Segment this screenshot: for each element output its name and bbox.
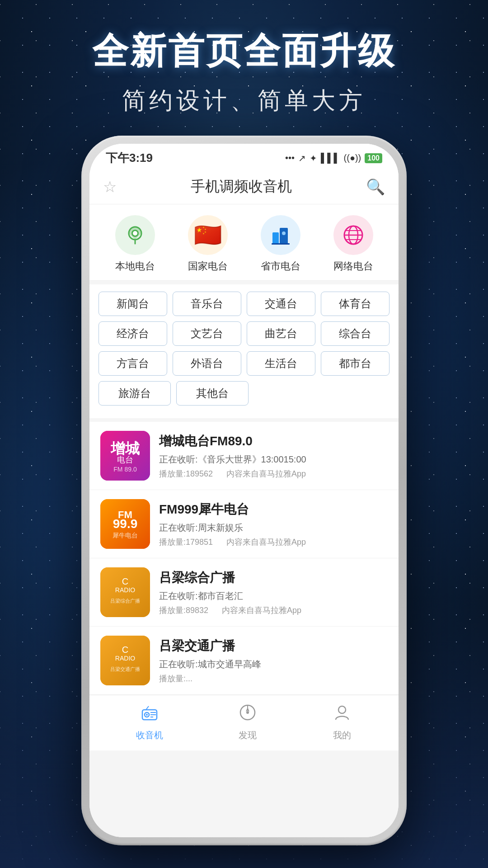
status-bar: 下午3:19 ••• ↗ ✦ ▌▌▌ ((●)) 100 — [89, 144, 399, 170]
station-info-luliang2: 吕梁交通广播 正在收听:城市交通早高峰 播放量:... — [159, 637, 388, 684]
mine-nav-label: 我的 — [333, 729, 351, 741]
nav-discover[interactable]: 发现 — [238, 703, 258, 741]
station-info-fm999: FM999犀牛电台 正在收听:周末新娱乐 播放量:179851 内容来自喜马拉雅… — [159, 501, 388, 547]
national-icon: 🇨🇳 — [188, 215, 228, 255]
station-meta-luliang2: 播放量:... — [159, 673, 388, 684]
tag-travel[interactable]: 旅游台 — [99, 381, 171, 406]
mine-nav-icon — [332, 703, 352, 726]
station-info-luliang: 吕梁综合广播 正在收听:都市百老汇 播放量:89832 内容来自喜马拉雅App — [159, 569, 388, 616]
station-info-zengcheng: 增城电台FM89.0 正在收听:《音乐大世界》13:0015:00 播放量:18… — [159, 433, 388, 479]
category-national[interactable]: 🇨🇳 国家电台 — [188, 215, 228, 273]
tag-foreign[interactable]: 外语台 — [173, 351, 241, 376]
source-luliang: 内容来自喜马拉雅App — [222, 605, 301, 616]
play-count-luliang2: 播放量:... — [159, 673, 192, 684]
station-name-zengcheng: 增城电台FM89.0 — [159, 433, 388, 450]
tag-arts[interactable]: 文艺台 — [173, 321, 241, 346]
tag-folk[interactable]: 曲艺台 — [247, 321, 315, 346]
svg-text:吕梁交通广播: 吕梁交通广播 — [110, 666, 140, 672]
app-title: 手机调频收音机 — [117, 177, 366, 197]
source-zengcheng: 内容来自喜马拉雅App — [226, 468, 306, 479]
svg-text:99.9: 99.9 — [113, 517, 138, 531]
station-meta-zengcheng: 播放量:189562 内容来自喜马拉雅App — [159, 468, 388, 479]
signal-bars-icon: ▌▌▌ — [321, 153, 340, 163]
tags-row-3: 方言台 外语台 生活台 都市台 — [99, 351, 389, 376]
category-provincial[interactable]: 省市电台 — [261, 215, 300, 273]
station-list: 增城 电台 FM 89.0 增城电台FM89.0 正在收听:《音乐大世界》13:… — [89, 422, 399, 695]
phone-frame: 下午3:19 ••• ↗ ✦ ▌▌▌ ((●)) 100 ☆ 手机调频收音机 🔍 — [81, 136, 407, 845]
headline-main: 全新首页全面升级 — [0, 27, 488, 76]
tag-economy[interactable]: 经济台 — [99, 321, 167, 346]
svg-text:RADIO: RADIO — [115, 586, 135, 594]
headline-sub: 简约设计、简单大方 — [0, 85, 488, 117]
station-meta-luliang: 播放量:89832 内容来自喜马拉雅App — [159, 605, 388, 616]
svg-text:增城: 增城 — [110, 440, 140, 457]
wifi-signal-icon: ((●)) — [344, 153, 361, 163]
source-fm999: 内容来自喜马拉雅App — [226, 537, 306, 547]
tag-dialect[interactable]: 方言台 — [99, 351, 167, 376]
bottom-nav: 收音机 发现 — [89, 695, 399, 750]
station-name-fm999: FM999犀牛电台 — [159, 501, 388, 518]
provincial-icon — [261, 215, 300, 255]
radio-nav-label: 收音机 — [136, 729, 163, 741]
tags-row-2: 经济台 文艺台 曲艺台 综合台 — [99, 321, 389, 346]
svg-point-30 — [146, 714, 148, 716]
play-count-fm999: 播放量:179851 — [159, 537, 213, 547]
network-label: 网络电台 — [333, 259, 373, 273]
svg-text:C: C — [122, 576, 128, 586]
search-icon[interactable]: 🔍 — [366, 178, 385, 196]
svg-text:吕梁综合广播: 吕梁综合广播 — [110, 598, 140, 604]
svg-text:C: C — [122, 645, 128, 655]
svg-text:电台: 电台 — [117, 455, 133, 464]
station-logo-zengcheng: 增城 电台 FM 89.0 — [100, 431, 150, 481]
tag-music[interactable]: 音乐台 — [173, 292, 241, 316]
tags-row-1: 新闻台 音乐台 交通台 体育台 — [99, 292, 389, 316]
tag-life[interactable]: 生活台 — [247, 351, 315, 376]
tag-general[interactable]: 综合台 — [321, 321, 389, 346]
category-network[interactable]: 网络电台 — [333, 215, 373, 273]
phone-screen: 下午3:19 ••• ↗ ✦ ▌▌▌ ((●)) 100 ☆ 手机调频收音机 🔍 — [89, 144, 399, 837]
tag-sports[interactable]: 体育台 — [321, 292, 389, 316]
play-count-zengcheng: 播放量:189562 — [159, 468, 213, 479]
national-label: 国家电台 — [188, 259, 228, 273]
local-icon — [115, 215, 155, 255]
svg-rect-3 — [272, 232, 279, 244]
bluetooth-icon: ✦ — [310, 153, 317, 164]
station-playing-fm999: 正在收听:周末新娱乐 — [159, 522, 388, 534]
discover-nav-icon — [238, 703, 258, 726]
tags-row-4: 旅游台 其他台 — [99, 381, 389, 406]
station-logo-luliang: C RADIO 吕梁综合广播 — [100, 567, 150, 617]
station-meta-fm999: 播放量:179851 内容来自喜马拉雅App — [159, 537, 388, 547]
phone-outer-bezel: 下午3:19 ••• ↗ ✦ ▌▌▌ ((●)) 100 ☆ 手机调频收音机 🔍 — [81, 136, 407, 845]
station-item-luliang2[interactable]: C RADIO 吕梁交通广播 吕梁交通广播 正在收听:城市交通早高峰 播放量:.… — [89, 627, 399, 695]
battery-indicator: 100 — [365, 153, 382, 163]
svg-point-5 — [282, 231, 286, 235]
svg-point-2 — [133, 231, 137, 236]
headline-area: 全新首页全面升级 简约设计、简单大方 — [0, 27, 488, 117]
station-playing-luliang2: 正在收听:城市交通早高峰 — [159, 658, 388, 670]
tag-other[interactable]: 其他台 — [176, 381, 249, 406]
station-playing-luliang: 正在收听:都市百老汇 — [159, 590, 388, 602]
station-item-luliang[interactable]: C RADIO 吕梁综合广播 吕梁综合广播 正在收听:都市百老汇 播放量:898… — [89, 558, 399, 627]
station-item-zengcheng[interactable]: 增城 电台 FM 89.0 增城电台FM89.0 正在收听:《音乐大世界》13:… — [89, 422, 399, 490]
app-content: 本地电台 🇨🇳 国家电台 — [89, 204, 399, 837]
tag-traffic[interactable]: 交通台 — [247, 292, 315, 316]
nav-radio[interactable]: 收音机 — [136, 703, 163, 741]
svg-text:RADIO: RADIO — [115, 655, 135, 662]
svg-rect-4 — [280, 228, 288, 244]
tags-grid: 新闻台 音乐台 交通台 体育台 经济台 文艺台 曲艺台 综合台 方言台 外语台 — [89, 284, 399, 418]
nav-mine[interactable]: 我的 — [332, 703, 352, 741]
play-count-luliang: 播放量:89832 — [159, 605, 208, 616]
status-icons: ••• ↗ ✦ ▌▌▌ ((●)) 100 — [285, 153, 382, 164]
svg-point-37 — [246, 711, 249, 714]
favorite-icon[interactable]: ☆ — [103, 178, 117, 196]
tag-urban[interactable]: 都市台 — [321, 351, 389, 376]
svg-text:FM 89.0: FM 89.0 — [113, 466, 137, 473]
network-icon — [333, 215, 373, 255]
category-local[interactable]: 本地电台 — [115, 215, 155, 273]
radio-nav-icon — [140, 703, 160, 726]
app-header: ☆ 手机调频收音机 🔍 — [89, 170, 399, 204]
tag-news[interactable]: 新闻台 — [99, 292, 167, 316]
svg-text:犀牛电台: 犀牛电台 — [113, 532, 138, 539]
wifi-icon: ↗ — [298, 153, 306, 164]
station-item-fm999[interactable]: FM 99.9 犀牛电台 FM999犀牛电台 正在收听:周末新娱乐 播放量:17… — [89, 490, 399, 558]
